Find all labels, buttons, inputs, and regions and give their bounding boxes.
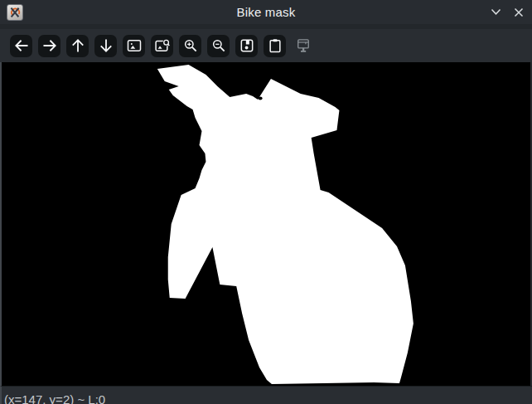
properties-panel-button[interactable] [292, 35, 314, 57]
pan-down-button[interactable] [94, 35, 117, 57]
magnifier-plus-icon [182, 37, 199, 54]
mask-image [2, 62, 530, 386]
zoom-out-button[interactable] [207, 35, 230, 57]
toolbar [0, 29, 532, 62]
shade-window-button[interactable] [489, 6, 502, 19]
pan-up-button[interactable] [66, 35, 89, 57]
save-image-button[interactable] [235, 35, 258, 57]
arrow-left-icon [13, 37, 30, 54]
close-window-button[interactable] [512, 6, 525, 19]
pan-right-button[interactable] [38, 35, 60, 57]
magnifier-minus-icon [210, 37, 227, 54]
window-title: Bike mask [0, 5, 532, 19]
chevron-down-icon [490, 6, 502, 18]
mask-speck [258, 97, 262, 100]
zoom-original-button[interactable] [123, 35, 145, 57]
image-viewer-window: Bike mask [0, 0, 532, 404]
zoom-in-button[interactable] [179, 35, 201, 57]
image-magnifier-icon [154, 37, 171, 54]
window-controls [489, 6, 525, 19]
clipboard-icon [267, 37, 283, 54]
arrow-right-icon [41, 37, 58, 54]
titlebar: Bike mask [0, 0, 532, 24]
arrow-up-icon [70, 37, 86, 54]
floppy-disk-icon [239, 37, 255, 54]
image-canvas[interactable] [0, 62, 532, 386]
pixel-coordinates-readout: (x=147, y=2) ~ L:0 [4, 393, 532, 404]
pan-left-button[interactable] [10, 35, 32, 57]
statusbar: (x=147, y=2) ~ L:0 [0, 386, 532, 404]
close-icon [513, 7, 525, 18]
properties-panel-icon [295, 37, 312, 54]
image-icon [126, 37, 143, 54]
zoom-region-button[interactable] [151, 35, 173, 57]
arrow-down-icon [98, 37, 114, 54]
copy-clipboard-button[interactable] [264, 35, 286, 57]
